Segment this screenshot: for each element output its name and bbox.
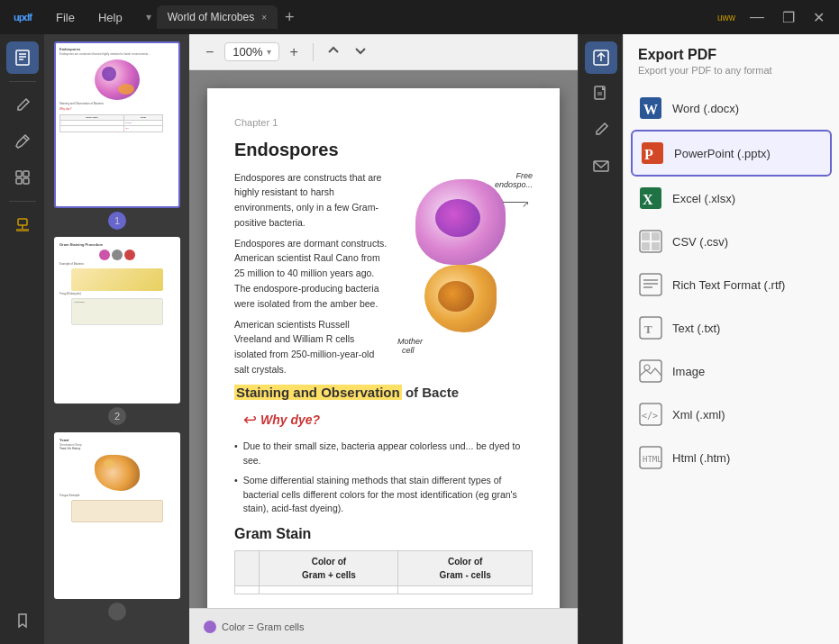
close-button[interactable]: ✕ (806, 5, 832, 30)
export-format-csv[interactable]: CSV (.csv) (624, 220, 839, 263)
html-label: Html (.htm) (672, 451, 730, 465)
svg-text:W: W (643, 102, 658, 117)
zoom-dropdown-arrow[interactable]: ▾ (267, 47, 271, 57)
maximize-button[interactable]: ❐ (775, 5, 802, 30)
color-legend-text: Color = Gram cells (222, 621, 304, 632)
file-menu[interactable]: File (45, 7, 86, 28)
app-logo: updf (0, 12, 45, 23)
endospore-illustration: Free endospo... ↗ Mother cell (397, 170, 533, 359)
tab-world-of-microbes[interactable]: World of Microbes × (157, 5, 278, 29)
svg-rect-27 (652, 242, 660, 250)
sidebar-icon-stamp[interactable] (6, 209, 39, 241)
right-icon-mail[interactable] (585, 150, 617, 182)
thumbnail-item-2: Gram Staining Procedure Example of Bacte… (52, 237, 182, 425)
svg-point-35 (644, 365, 650, 370)
export-list: W Word (.docx) P PowerPoint (.pptx) (624, 79, 839, 486)
minimize-button[interactable]: — (743, 5, 771, 29)
toolbar-divider (313, 43, 314, 61)
bullet-2: • Some differential staining methods tha… (234, 474, 533, 516)
help-menu[interactable]: Help (87, 7, 133, 28)
svg-rect-7 (16, 178, 22, 184)
sidebar-divider-2 (9, 201, 36, 202)
add-tab-button[interactable]: + (278, 5, 302, 31)
gram-stain-section: Gram Stain Color ofGram + cells Color of… (234, 523, 533, 594)
zoom-in-button[interactable]: + (285, 41, 304, 64)
export-format-excel[interactable]: X Excel (.xlsx) (624, 177, 839, 220)
export-format-xml[interactable]: </> Xml (.xml) (624, 393, 839, 436)
sidebar-divider-1 (9, 81, 36, 82)
titlebar: updf File Help ▾ World of Microbes × + u… (0, 0, 839, 34)
staining-title: Staining and Observation of Bacte (234, 383, 533, 404)
bullet-1: • Due to their small size, bacteria appe… (234, 440, 533, 468)
thumbnail-2[interactable]: Gram Staining Procedure Example of Bacte… (54, 237, 180, 404)
rtf-icon (638, 272, 663, 297)
sidebar-icon-edit[interactable] (6, 89, 39, 122)
main-layout: Endospores Endospores are constructs tha… (0, 34, 839, 644)
gram-table-header-col2: Color ofGram - cells (398, 551, 533, 586)
curly-arrow: ↩ (243, 408, 257, 432)
pdf-page: Chapter 1 Endospores Free e (207, 88, 560, 608)
export-subtitle: Export your PDF to any format (638, 65, 825, 76)
gram-table-cell-col2 (398, 586, 533, 594)
powerpoint-icon: P (640, 141, 665, 166)
why-dye-text: Why dye? (260, 411, 320, 430)
export-title: Export PDF (638, 47, 825, 63)
tab-close-button[interactable]: × (261, 13, 267, 23)
export-format-image[interactable]: Image (624, 349, 839, 393)
gram-table-header-col1: Color ofGram + cells (260, 551, 398, 586)
svg-rect-0 (16, 50, 29, 65)
zoom-out-button[interactable]: − (200, 41, 219, 64)
export-format-rtf[interactable]: Rich Text Format (.rtf) (624, 263, 839, 306)
left-sidebar (0, 34, 45, 644)
svg-rect-25 (652, 232, 660, 240)
window-controls: — ❐ ✕ (743, 5, 832, 30)
export-format-powerpoint[interactable]: P PowerPoint (.pptx) (631, 130, 832, 177)
thumb-endospore-image (95, 59, 140, 100)
sidebar-icon-annotate[interactable] (6, 125, 39, 158)
gram-table-row (235, 586, 533, 594)
export-format-text[interactable]: T Text (.txt) (624, 306, 839, 349)
right-icon-pdf[interactable] (585, 77, 617, 110)
svg-rect-6 (23, 171, 29, 177)
page-area[interactable]: Chapter 1 Endospores Free e (189, 70, 578, 608)
staining-title-highlight: Staining and Observation (234, 385, 402, 400)
export-format-html[interactable]: HTML Html (.htm) (624, 436, 839, 479)
xml-label: Xml (.xml) (672, 408, 725, 422)
right-icon-edit[interactable] (585, 113, 617, 146)
rtf-label: Rich Text Format (.rtf) (672, 278, 785, 292)
color-legend: Color = Gram cells (204, 621, 304, 633)
svg-rect-24 (642, 232, 650, 240)
word-label: Word (.docx) (672, 102, 739, 115)
right-icon-export[interactable] (585, 41, 617, 74)
zoom-level: 100% (233, 45, 262, 59)
sidebar-icon-document-view[interactable] (6, 41, 39, 74)
svg-rect-5 (16, 171, 22, 177)
export-format-word[interactable]: W Word (.docx) (624, 86, 839, 130)
nav-down-button[interactable] (350, 40, 371, 64)
text-icon: T (638, 315, 663, 340)
sidebar-icon-bookmark[interactable] (6, 604, 39, 637)
nav-up-button[interactable] (323, 40, 344, 64)
thumb-number-3 (108, 603, 126, 621)
thumb-content-2: Gram Staining Procedure Example of Bacte… (56, 239, 178, 402)
thumb-number-2: 2 (108, 407, 126, 425)
thumb-number-1: 1 (108, 212, 126, 230)
right-sidebar (578, 34, 623, 644)
thumbnail-3[interactable]: Yeast Germination Temp Yeast Life Histor… (54, 432, 180, 599)
thumbnail-item-1: Endospores Endospores are constructs tha… (52, 41, 182, 230)
sidebar-icon-organize[interactable] (6, 161, 39, 194)
text-label: Text (.txt) (672, 322, 720, 335)
svg-rect-28 (640, 274, 661, 295)
gram-table-header-empty (235, 551, 260, 586)
tab-dropdown-arrow[interactable]: ▾ (141, 11, 157, 23)
image-label: Image (672, 365, 705, 378)
gram-stain-title: Gram Stain (234, 523, 533, 545)
tab-title: World of Microbes (168, 11, 254, 23)
uww-badge: uww (710, 13, 743, 23)
toolbar: − 100% ▾ + (189, 34, 578, 70)
tab-bar: ▾ World of Microbes × + (141, 5, 710, 31)
svg-line-4 (23, 137, 27, 141)
svg-text:P: P (644, 147, 653, 162)
thumbnail-1[interactable]: Endospores Endospores are constructs tha… (54, 41, 180, 208)
color-dot (204, 621, 216, 633)
